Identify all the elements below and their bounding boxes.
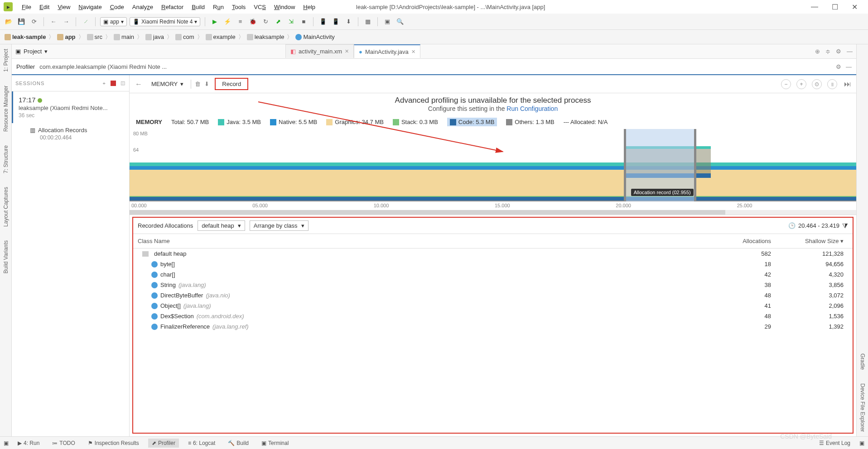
- menu-vcs[interactable]: VCS: [250, 2, 270, 12]
- rail-structure[interactable]: 7: Structure: [3, 145, 9, 173]
- bottom-corner-icon[interactable]: ▣: [4, 440, 9, 446]
- device-combo[interactable]: 📱 Xiaomi Redmi Note 4 ▾: [130, 17, 200, 26]
- pause-icon[interactable]: ॥: [827, 79, 837, 89]
- save-icon[interactable]: 💾: [16, 17, 26, 27]
- tab-run[interactable]: ▶ 4: Run: [14, 439, 43, 448]
- search-icon[interactable]: 🔍: [395, 17, 405, 27]
- menu-build[interactable]: Build: [188, 2, 208, 12]
- crumb-java[interactable]: java: [145, 33, 164, 40]
- table-row[interactable]: Dex$Section (com.android.dex)481,536: [133, 311, 853, 321]
- allocation-records-item[interactable]: ▥Allocation Records 00:00:20.464: [12, 123, 129, 144]
- rail-resource-manager[interactable]: Resource Manager: [3, 86, 9, 132]
- menu-run[interactable]: Run: [209, 2, 227, 12]
- sdk-icon[interactable]: 📱: [331, 17, 341, 27]
- collapse-icon[interactable]: ≑: [825, 48, 830, 55]
- table-row[interactable]: FinalizerReference (java.lang.ref)291,39…: [133, 321, 853, 332]
- menu-help[interactable]: Help: [299, 2, 319, 12]
- tab-main-activity[interactable]: ●MainActivity.java✕: [354, 44, 420, 58]
- rail-project[interactable]: 1: Project: [3, 49, 9, 72]
- layout-icon[interactable]: ▣: [382, 17, 392, 27]
- tab-todo[interactable]: ≔ TODO: [48, 439, 78, 448]
- zoom-out-icon[interactable]: −: [781, 79, 791, 89]
- manager-icon[interactable]: ⬇: [343, 17, 353, 27]
- delete-icon[interactable]: 🗑: [195, 81, 201, 87]
- gc-icon[interactable]: ⬇: [204, 81, 209, 87]
- memory-chart[interactable]: 80 MB 64 48 32 16: [130, 129, 856, 215]
- run-icon[interactable]: ▶: [210, 17, 220, 27]
- crumb-mainactivity[interactable]: MainActivity: [295, 33, 334, 40]
- profile-icon[interactable]: ⬈: [273, 17, 283, 27]
- heap-combo[interactable]: default heap ▾: [198, 220, 245, 231]
- menu-file[interactable]: File: [18, 2, 35, 12]
- tab-logcat[interactable]: ≡ 6: Logcat: [184, 439, 219, 448]
- debug-icon[interactable]: ≡: [235, 17, 245, 27]
- tab-build[interactable]: 🔨 Build: [224, 439, 252, 448]
- col-allocations[interactable]: Allocations: [717, 234, 780, 248]
- crumb-app[interactable]: app: [57, 33, 75, 40]
- apply-changes-icon[interactable]: ⚡: [222, 17, 232, 27]
- profiler-process[interactable]: com.example.leaksample (Xiaomi Redmi Not…: [39, 63, 167, 70]
- filter-icon[interactable]: ⧩: [842, 222, 848, 230]
- build-icon[interactable]: ⟋: [81, 17, 91, 27]
- zoom-in-icon[interactable]: +: [796, 79, 806, 89]
- crumb-main[interactable]: main: [114, 33, 134, 40]
- close-icon[interactable]: ✕: [411, 49, 415, 55]
- menu-view[interactable]: View: [54, 2, 74, 12]
- stop-icon[interactable]: ■: [299, 17, 309, 27]
- tab-inspection[interactable]: ⚑ Inspection Results: [84, 439, 143, 448]
- add-session-icon[interactable]: +: [103, 81, 106, 86]
- stop-session-icon[interactable]: [111, 81, 116, 86]
- back-icon[interactable]: ←: [48, 17, 58, 27]
- allocations-table[interactable]: Class Name Allocations Shallow Size ▾ de…: [133, 234, 853, 433]
- coverage-icon[interactable]: ↻: [260, 17, 270, 27]
- avd-icon[interactable]: 📱: [318, 17, 328, 27]
- hide-icon[interactable]: —: [846, 63, 852, 70]
- back-icon[interactable]: ←: [133, 80, 144, 88]
- window-minimize-icon[interactable]: —: [811, 3, 818, 11]
- tab-terminal[interactable]: ▣ Terminal: [258, 439, 292, 448]
- attach-icon[interactable]: ⇲: [286, 17, 296, 27]
- run-config-combo[interactable]: ▣ app ▾: [100, 17, 127, 26]
- run-config-link[interactable]: Run Configuration: [506, 105, 558, 112]
- table-row[interactable]: byte[] 1894,656: [133, 259, 853, 269]
- rail-layout-captures[interactable]: Layout Captures: [3, 187, 9, 227]
- forward-icon[interactable]: →: [61, 17, 71, 27]
- crumb-com[interactable]: com: [175, 33, 194, 40]
- menu-navigate[interactable]: Navigate: [75, 2, 105, 12]
- crumb-example[interactable]: example: [206, 33, 236, 40]
- table-row[interactable]: String (java.lang)383,856: [133, 280, 853, 290]
- reset-zoom-icon[interactable]: ⊙: [812, 79, 822, 89]
- window-close-icon[interactable]: ✕: [852, 3, 858, 11]
- crumb-project[interactable]: leak-sample: [5, 33, 46, 40]
- table-row[interactable]: DirectByteBuffer (java.nio)483,072: [133, 290, 853, 301]
- crumb-src[interactable]: src: [87, 33, 102, 40]
- bottom-corner-icon2[interactable]: ▣: [859, 440, 864, 446]
- chevron-down-icon[interactable]: ▾: [44, 48, 48, 55]
- arrange-combo[interactable]: Arrange by class ▾: [250, 220, 309, 231]
- session-item[interactable]: 17:17 leaksample (Xiaomi Redmi Note... 3…: [12, 91, 129, 123]
- hide-icon[interactable]: —: [847, 48, 853, 55]
- crumb-leaksample[interactable]: leaksample: [247, 33, 285, 40]
- menu-edit[interactable]: Edit: [36, 2, 53, 12]
- record-button[interactable]: Record: [215, 78, 248, 90]
- go-live-icon[interactable]: ⏭: [843, 79, 853, 89]
- gear-icon[interactable]: ⚙: [836, 63, 841, 70]
- menu-tools[interactable]: Tools: [228, 2, 249, 12]
- resource-icon[interactable]: ▦: [363, 17, 373, 27]
- menu-refactor[interactable]: Refactor: [158, 2, 187, 12]
- menu-code[interactable]: Code: [106, 2, 128, 12]
- rail-gradle[interactable]: Gradle: [859, 353, 866, 370]
- window-maximize-icon[interactable]: ☐: [832, 3, 838, 11]
- memory-selector[interactable]: MEMORY ▾: [148, 79, 187, 89]
- bug-icon[interactable]: 🐞: [248, 17, 258, 27]
- sync-icon[interactable]: ⟳: [29, 17, 39, 27]
- gear-icon[interactable]: ⚙: [836, 48, 841, 55]
- table-row[interactable]: Object[] (java.lang)412,096: [133, 301, 853, 311]
- rail-build-variants[interactable]: Build Variants: [3, 240, 9, 273]
- table-row[interactable]: default heap 582121,328: [133, 248, 853, 259]
- tab-profiler[interactable]: ⬈ Profiler: [148, 439, 179, 448]
- table-row[interactable]: char[] 424,320: [133, 269, 853, 280]
- menu-analyze[interactable]: Analyze: [129, 2, 157, 12]
- col-shallow-size[interactable]: Shallow Size ▾: [780, 234, 853, 248]
- target-icon[interactable]: ⊕: [815, 48, 820, 55]
